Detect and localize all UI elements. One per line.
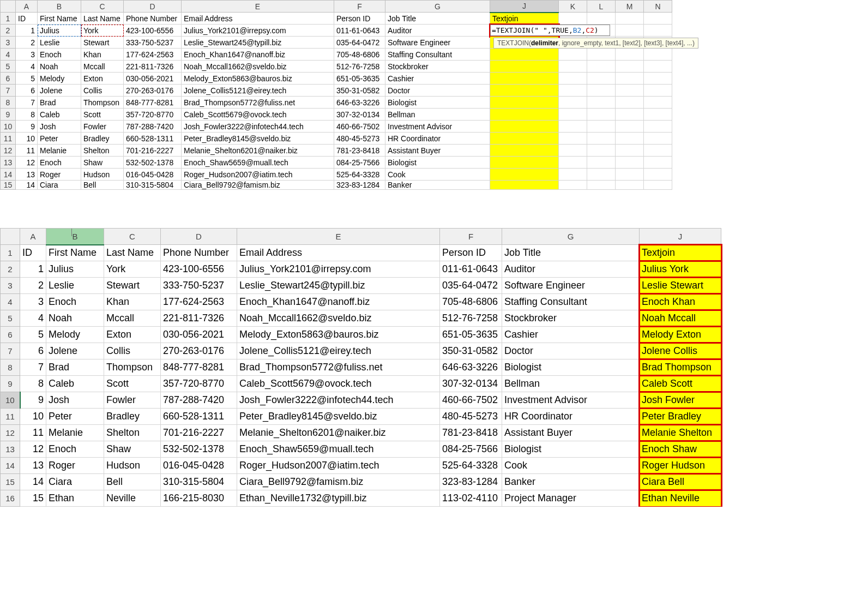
cell2-G14[interactable]: Cook xyxy=(502,458,640,474)
cell-L6[interactable] xyxy=(587,73,616,85)
cell2-G6[interactable]: Cashier xyxy=(502,327,640,343)
cell2-C5[interactable]: Mccall xyxy=(104,310,161,327)
cell2-C15[interactable]: Bell xyxy=(104,474,161,490)
cell-D11[interactable]: 660-528-1311 xyxy=(124,133,182,145)
cell2-E12[interactable]: Melanie_Shelton6201@naiker.biz xyxy=(237,425,440,441)
cell-G8[interactable]: Biologist xyxy=(385,97,490,109)
cell2-D13[interactable]: 532-502-1378 xyxy=(161,441,237,458)
cell-E5[interactable]: Noah_Mccall1662@sveldo.biz xyxy=(182,61,334,73)
col-header-N[interactable]: N xyxy=(644,1,672,13)
cell2-F3[interactable]: 035-64-0472 xyxy=(440,278,502,294)
cell-D15[interactable]: 310-315-5804 xyxy=(124,181,182,190)
cell-A6[interactable]: 5 xyxy=(16,73,38,85)
cell2-D6[interactable]: 030-056-2021 xyxy=(161,327,237,343)
cell-M4[interactable] xyxy=(616,49,644,61)
cell-A5[interactable]: 4 xyxy=(16,61,38,73)
cell-F7[interactable]: 350-31-0582 xyxy=(334,85,385,97)
row-header2-11[interactable]: 11 xyxy=(1,409,20,425)
cell-E10[interactable]: Josh_Fowler3222@infotech44.tech xyxy=(182,121,334,133)
cell-M8[interactable] xyxy=(616,97,644,109)
cell-E8[interactable]: Brad_Thompson5772@fuliss.net xyxy=(182,97,334,109)
cell2-B14[interactable]: Roger xyxy=(46,458,104,474)
cell-M6[interactable] xyxy=(616,73,644,85)
cell-A15[interactable]: 14 xyxy=(16,181,38,190)
cell-G4[interactable]: Staffing Consultant xyxy=(385,49,490,61)
col-header2-J[interactable]: J xyxy=(640,229,721,245)
cell2-B9[interactable]: Caleb xyxy=(46,376,104,392)
cell2-F13[interactable]: 084-25-7566 xyxy=(440,441,502,458)
cell2-E7[interactable]: Jolene_Collis5121@eirey.tech xyxy=(237,343,440,359)
cell2-F4[interactable]: 705-48-6806 xyxy=(440,294,502,310)
row-header2-13[interactable]: 13 xyxy=(1,441,20,458)
row-header-10[interactable]: 10 xyxy=(1,121,16,133)
cell-F14[interactable]: 525-64-3328 xyxy=(334,169,385,181)
row-header2-16[interactable]: 16 xyxy=(1,490,20,507)
cell-K8[interactable] xyxy=(559,97,587,109)
cell-K11[interactable] xyxy=(559,133,587,145)
cell-F10[interactable]: 460-66-7502 xyxy=(334,121,385,133)
cell-L14[interactable] xyxy=(587,169,616,181)
cell-N8[interactable] xyxy=(644,97,672,109)
row-header2-1[interactable]: 1 xyxy=(1,245,20,261)
cell2-C14[interactable]: Hudson xyxy=(104,458,161,474)
col-header2-D[interactable]: D xyxy=(161,229,237,245)
select-all-corner-2[interactable] xyxy=(1,229,20,245)
cell-K6[interactable] xyxy=(559,73,587,85)
cell-G10[interactable]: Investment Advisor xyxy=(385,121,490,133)
cell2-J11[interactable]: Peter Bradley xyxy=(640,409,721,425)
cell-J2[interactable]: =TEXTJOIN(" ",TRUE,B2,C2)TEXTJOIN(delimi… xyxy=(490,25,559,37)
row-header2-7[interactable]: 7 xyxy=(1,343,20,359)
col-header2-F[interactable]: F xyxy=(440,229,502,245)
cell2-A5[interactable]: 4 xyxy=(20,310,46,327)
cell-F13[interactable]: 084-25-7566 xyxy=(334,157,385,169)
cell-J9[interactable] xyxy=(490,109,559,121)
cell2-B13[interactable]: Enoch xyxy=(46,441,104,458)
cell2-F9[interactable]: 307-32-0134 xyxy=(440,376,502,392)
cell-L15[interactable] xyxy=(587,181,616,190)
cell2-D1[interactable]: Phone Number xyxy=(161,245,237,261)
cell-N15[interactable] xyxy=(644,181,672,190)
cell2-A15[interactable]: 14 xyxy=(20,474,46,490)
row-header-12[interactable]: 12 xyxy=(1,145,16,157)
cell2-C1[interactable]: Last Name xyxy=(104,245,161,261)
row-header-7[interactable]: 7 xyxy=(1,85,16,97)
row-header-2[interactable]: 2 xyxy=(1,25,16,37)
cell-E13[interactable]: Enoch_Shaw5659@muall.tech xyxy=(182,157,334,169)
cell2-C11[interactable]: Bradley xyxy=(104,409,161,425)
cell-F6[interactable]: 651-05-3635 xyxy=(334,73,385,85)
cell-B6[interactable]: Melody xyxy=(38,73,81,85)
cell-M9[interactable] xyxy=(616,109,644,121)
cell-C8[interactable]: Thompson xyxy=(81,97,124,109)
cell-G14[interactable]: Cook xyxy=(385,169,490,181)
cell-J15[interactable] xyxy=(490,181,559,190)
cell2-A4[interactable]: 3 xyxy=(20,294,46,310)
cell2-A10[interactable]: 9 xyxy=(20,392,46,409)
cell-F2[interactable]: 011-61-0643 xyxy=(334,25,385,37)
cell2-B2[interactable]: Julius xyxy=(46,261,104,278)
cell2-A12[interactable]: 11 xyxy=(20,425,46,441)
cell-A3[interactable]: 2 xyxy=(16,37,38,49)
cell2-C12[interactable]: Shelton xyxy=(104,425,161,441)
cell-D6[interactable]: 030-056-2021 xyxy=(124,73,182,85)
cell2-G15[interactable]: Banker xyxy=(502,474,640,490)
cell-D4[interactable]: 177-624-2563 xyxy=(124,49,182,61)
cell2-C3[interactable]: Stewart xyxy=(104,278,161,294)
cell-M12[interactable] xyxy=(616,145,644,157)
cell-E12[interactable]: Melanie_Shelton6201@naiker.biz xyxy=(182,145,334,157)
cell-B3[interactable]: Leslie xyxy=(38,37,81,49)
cell-A2[interactable]: 1 xyxy=(16,25,38,37)
cell-L1[interactable] xyxy=(587,13,616,25)
cell-B10[interactable]: Josh xyxy=(38,121,81,133)
cell2-C4[interactable]: Khan xyxy=(104,294,161,310)
cell2-G4[interactable]: Staffing Consultant xyxy=(502,294,640,310)
cell2-G5[interactable]: Stockbroker xyxy=(502,310,640,327)
cell2-G3[interactable]: Software Engineer xyxy=(502,278,640,294)
cell-E9[interactable]: Caleb_Scott5679@ovock.tech xyxy=(182,109,334,121)
cell2-D8[interactable]: 848-777-8281 xyxy=(161,359,237,376)
cell-G12[interactable]: Assistant Buyer xyxy=(385,145,490,157)
cell-C10[interactable]: Fowler xyxy=(81,121,124,133)
col-header-D[interactable]: D xyxy=(124,1,182,13)
cell2-A6[interactable]: 5 xyxy=(20,327,46,343)
cell2-E16[interactable]: Ethan_Neville1732@typill.biz xyxy=(237,490,440,507)
cell-B9[interactable]: Caleb xyxy=(38,109,81,121)
